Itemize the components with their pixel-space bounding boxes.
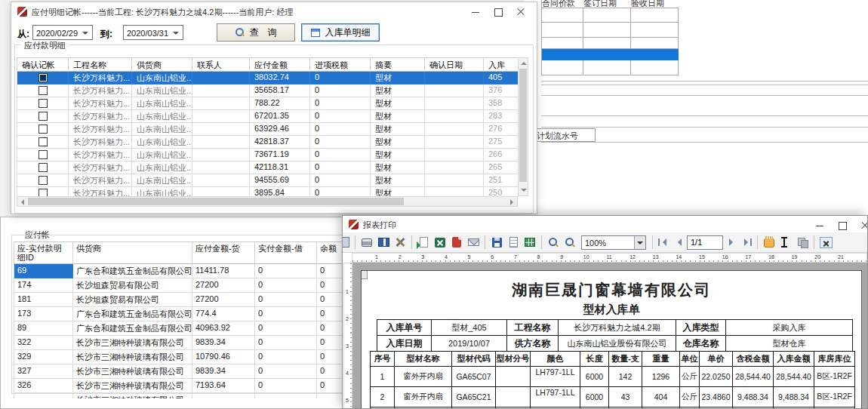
to-date-select[interactable]: 2020/03/31: [123, 25, 183, 40]
maximize-button[interactable]: [487, 2, 509, 20]
next-page-button[interactable]: [725, 235, 738, 249]
save-button[interactable]: [489, 235, 504, 250]
prev-page-button[interactable]: [672, 235, 685, 249]
column-header[interactable]: 应付金额-货: [192, 242, 255, 264]
zoom-in-button[interactable]: [546, 235, 561, 250]
chevron-down-icon[interactable]: [634, 236, 645, 249]
export-pdf-button[interactable]: [449, 235, 464, 250]
copy-button[interactable]: [795, 235, 810, 250]
column-header[interactable]: 确认日期: [425, 58, 484, 72]
text-select-tool-button[interactable]: [778, 235, 793, 250]
title-bar[interactable]: 应付明细记帐------当前工程: 长沙万科魅力之城4.2期------当前用户…: [11, 2, 537, 20]
desktop: { "background_window": { "table_headers"…: [0, 0, 868, 409]
first-page-button[interactable]: [657, 235, 670, 249]
maximize-button[interactable]: [831, 216, 854, 234]
column-header[interactable]: 确认记帐: [17, 58, 69, 72]
close-preview-button[interactable]: [818, 235, 833, 250]
close-button[interactable]: [854, 216, 868, 234]
table-row[interactable]: 89广东合和建筑五金制品有限公司40963.9200: [14, 321, 350, 336]
confirm-checkbox[interactable]: [38, 176, 48, 185]
table-row[interactable]: [542, 60, 679, 75]
title-bar[interactable]: 报表打印: [343, 216, 867, 232]
book-view-button[interactable]: [376, 235, 391, 250]
scroll-right-icon[interactable]: [510, 199, 516, 205]
query-button[interactable]: 查 询: [217, 23, 295, 42]
table-row[interactable]: 长沙万科魅力...山东南山铝业...35658.170型材376: [17, 85, 528, 97]
table-row[interactable]: 173广东合和建筑五金制品有限公司774.400: [14, 307, 350, 321]
confirm-checkbox[interactable]: [38, 150, 48, 159]
export-grid-button[interactable]: [522, 235, 537, 250]
scroll-down-icon[interactable]: [521, 189, 527, 195]
confirm-checkbox[interactable]: [38, 99, 48, 108]
table-row[interactable]: 327长沙市三湘特种玻璃有限公司9839.3400: [14, 364, 350, 379]
table-cell: [425, 85, 484, 97]
confirm-checkbox[interactable]: [38, 86, 48, 95]
table-row[interactable]: 69广东合和建筑五金制品有限公司11411.7800: [14, 264, 350, 278]
confirm-checkbox[interactable]: [38, 137, 48, 146]
column-header[interactable]: 供货商: [73, 242, 192, 264]
table-row[interactable]: 长沙万科魅力...山东南山铝业...67201.350型材283: [17, 110, 528, 123]
table-row[interactable]: 长沙万科魅力...山东南山铝业...73671.190型材266: [17, 149, 528, 161]
minimize-button[interactable]: [464, 2, 487, 20]
table-cell: 山东南山铝业...: [132, 123, 192, 136]
confirm-checkbox[interactable]: [38, 112, 48, 121]
table-row[interactable]: 181长沙坦森贸易有限公司2720000: [14, 293, 350, 307]
close-button[interactable]: [509, 2, 532, 20]
column-header[interactable]: 进项税额: [310, 58, 371, 72]
from-date-select[interactable]: 2020/02/29: [32, 25, 93, 40]
table-row[interactable]: 长沙万科魅力...山东南山铝业...788.220型材358: [17, 97, 528, 110]
column-header: 长度: [580, 352, 609, 367]
scroll-left-icon[interactable]: [18, 199, 24, 205]
table-row[interactable]: [542, 38, 679, 49]
table-row[interactable]: 322长沙市三湘特种玻璃有限公司9839.3400: [14, 336, 350, 350]
export-doc-button[interactable]: [416, 235, 431, 250]
page-setup-button[interactable]: [342, 235, 351, 250]
table-row[interactable]: [542, 49, 679, 60]
zoom-level-select[interactable]: 100%: [581, 235, 646, 250]
column-header[interactable]: 实付金额-借: [255, 242, 317, 264]
scrollbar-thumb[interactable]: [519, 69, 527, 182]
preview-area[interactable]: 湖南巨晟门窗幕墙有限公司 型材入库单 入库单号 型材_405 工程名称 长沙万科…: [352, 263, 868, 409]
scroll-up-icon[interactable]: [521, 59, 527, 65]
export-excel-button[interactable]: [432, 235, 448, 250]
last-page-button[interactable]: [740, 235, 753, 249]
hand-tool-button[interactable]: [762, 235, 777, 250]
table-row[interactable]: [542, 23, 679, 38]
inbound-detail-button[interactable]: 入库单明细: [301, 23, 380, 42]
table-row[interactable]: 长沙万科魅力...山东南山铝业...42818.370型材275: [17, 136, 528, 149]
page-view-button[interactable]: [506, 235, 521, 250]
table-cell: [192, 97, 250, 110]
grid-header-row: 应-实付款明细ID供货商应付金额-货实付金额-借余额: [14, 241, 350, 264]
zoom-out-button[interactable]: [562, 235, 577, 250]
column-header[interactable]: 摘要: [371, 58, 425, 72]
column-header[interactable]: 工程名称: [69, 58, 132, 72]
table-row[interactable]: [542, 8, 679, 23]
scrollbar-thumb[interactable]: [28, 198, 404, 205]
table-cell: 长沙万科魅力...: [69, 123, 132, 136]
minimize-button[interactable]: [808, 216, 831, 234]
confirm-checkbox[interactable]: [38, 73, 48, 82]
column-header[interactable]: 应付金额: [250, 58, 310, 72]
table-row[interactable]: 长沙万科魅力...山东南山铝业...42118.310型材265: [17, 161, 528, 174]
ruler-mark: 3: [346, 343, 349, 349]
options-button[interactable]: [392, 235, 408, 250]
table-row[interactable]: 长沙万科魅力...山东南山铝业...38032.740型材405: [17, 72, 528, 85]
table-row[interactable]: 329长沙市三湘特种玻璃有限公司10790.4600: [14, 350, 350, 364]
send-mail-button[interactable]: [466, 235, 481, 250]
column-header[interactable]: 入库: [484, 58, 519, 72]
vertical-scrollbar[interactable]: [518, 57, 528, 196]
page-number-input[interactable]: [687, 235, 723, 250]
column-header[interactable]: 供货商: [132, 58, 192, 72]
confirm-checkbox[interactable]: [38, 163, 48, 172]
table-row[interactable]: 326长沙市三湘特种玻璃有限公司7193.6400: [14, 379, 350, 393]
table-row[interactable]: 174长沙坦森贸易有限公司2720000: [14, 278, 350, 293]
print-button[interactable]: [359, 235, 374, 250]
table-row[interactable]: 长沙万科魅力...山东南山铝业...63929.460型材276: [17, 123, 528, 136]
horizontal-scrollbar[interactable]: [17, 196, 518, 207]
confirm-checkbox[interactable]: [38, 125, 48, 134]
table-row[interactable]: 长沙市三湘特种玻璃有限公司: [14, 393, 350, 398]
chevron-down-icon: [82, 32, 88, 38]
table-row[interactable]: 长沙万科魅力...山东南山铝业...94555.690型材251: [17, 174, 528, 187]
column-header[interactable]: 应-实付款明细ID: [14, 242, 73, 264]
column-header[interactable]: 联系人: [192, 58, 250, 72]
